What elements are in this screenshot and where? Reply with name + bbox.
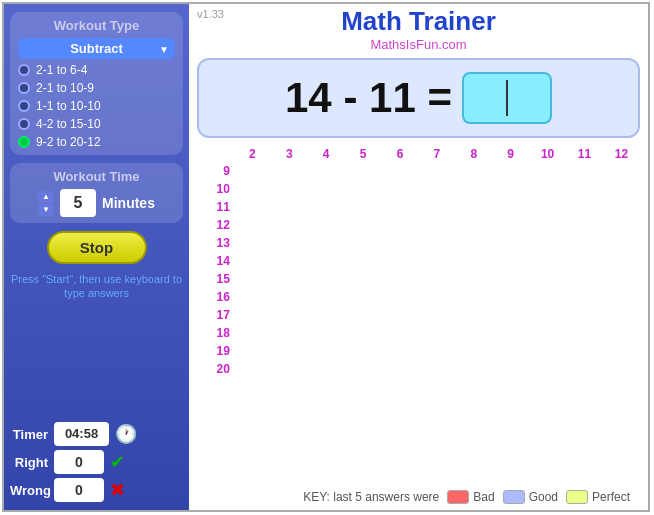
right-row: Right 0 ✔ <box>10 450 183 474</box>
grid-cell <box>418 252 455 270</box>
stats-section: Timer 04:58 🕐 Right 0 ✔ Wrong 0 ✖ <box>10 422 183 502</box>
radio-dot-1 <box>18 64 30 76</box>
grid-col-6: 6 <box>382 146 419 162</box>
grid-corner <box>197 146 234 162</box>
grid-cell <box>492 162 529 180</box>
grid-cell <box>418 288 455 306</box>
time-down-button[interactable]: ▼ <box>38 204 54 216</box>
grid-cell <box>492 252 529 270</box>
table-row: 10 <box>197 180 640 198</box>
grid-cell <box>345 342 382 360</box>
grid-cell <box>492 198 529 216</box>
radio-dot-2 <box>18 82 30 94</box>
answer-input-box[interactable] <box>462 72 552 124</box>
grid-cell <box>382 342 419 360</box>
grid-cell <box>382 360 419 378</box>
workout-time-label: Workout Time <box>18 169 175 184</box>
grid-cell <box>418 324 455 342</box>
grid-cell <box>566 360 603 378</box>
grid-cell <box>234 162 271 180</box>
operand1: 14 <box>285 74 332 121</box>
grid-cell <box>529 162 566 180</box>
grid-cell <box>418 162 455 180</box>
grid-cell <box>308 360 345 378</box>
key-bad-swatch <box>447 490 469 504</box>
grid-cell <box>308 234 345 252</box>
grid-cell <box>382 216 419 234</box>
workout-type-label: Workout Type <box>18 18 175 33</box>
grid-cell <box>382 252 419 270</box>
app-container: Workout Type Subtract Add Multiply ▼ 2-1… <box>2 2 650 512</box>
grid-header-row: 2 3 4 5 6 7 8 9 10 11 12 <box>197 146 640 162</box>
grid-cell <box>234 180 271 198</box>
radio-item-3[interactable]: 1-1 to 10-10 <box>18 99 175 113</box>
grid-cell <box>603 288 640 306</box>
grid-cell <box>492 324 529 342</box>
keyboard-hint-text: Press "Start", then use keyboard to type… <box>11 273 182 299</box>
grid-row-label: 19 <box>197 342 234 360</box>
grid-cell <box>234 234 271 252</box>
table-row: 14 <box>197 252 640 270</box>
workout-type-dropdown[interactable]: Subtract Add Multiply <box>18 38 175 59</box>
keyboard-hint: Press "Start", then use keyboard to type… <box>10 272 183 301</box>
radio-label-2: 2-1 to 10-9 <box>36 81 94 95</box>
timer-label: Timer <box>10 427 48 442</box>
stop-button[interactable]: Stop <box>47 231 147 264</box>
grid-cell <box>455 234 492 252</box>
radio-label-5: 9-2 to 20-12 <box>36 135 101 149</box>
grid-cell <box>603 360 640 378</box>
minutes-label: Minutes <box>102 195 155 211</box>
grid-cell <box>418 198 455 216</box>
sidebar: Workout Type Subtract Add Multiply ▼ 2-1… <box>4 4 189 510</box>
grid-cell <box>529 360 566 378</box>
time-up-button[interactable]: ▲ <box>38 191 54 203</box>
operator: - <box>343 74 357 121</box>
grid-cell <box>492 360 529 378</box>
radio-label-3: 1-1 to 10-10 <box>36 99 101 113</box>
equation-area: 14 - 11 = <box>197 58 640 138</box>
workout-time-section: Workout Time ▲ ▼ 5 Minutes <box>10 163 183 223</box>
time-value: 5 <box>60 189 96 217</box>
grid-cell <box>455 162 492 180</box>
app-title: Math Trainer <box>197 6 640 37</box>
grid-cell <box>492 288 529 306</box>
table-row: 9 <box>197 162 640 180</box>
grid-cell <box>566 306 603 324</box>
grid-cell <box>566 234 603 252</box>
grid-cell <box>529 198 566 216</box>
radio-item-2[interactable]: 2-1 to 10-9 <box>18 81 175 95</box>
grid-cell <box>566 180 603 198</box>
table-row: 16 <box>197 288 640 306</box>
grid-cell <box>418 180 455 198</box>
grid-cell <box>345 252 382 270</box>
grid-cell <box>529 324 566 342</box>
app-subtitle: MathsIsFun.com <box>197 37 640 52</box>
grid-cell <box>603 270 640 288</box>
grid-cell <box>455 306 492 324</box>
grid-cell <box>492 234 529 252</box>
table-row: 20 <box>197 360 640 378</box>
main-area: v1.33 Math Trainer MathsIsFun.com 14 - 1… <box>189 4 648 510</box>
grid-cell <box>529 306 566 324</box>
grid-col-10: 10 <box>529 146 566 162</box>
radio-item-1[interactable]: 2-1 to 6-4 <box>18 63 175 77</box>
radio-item-4[interactable]: 4-2 to 15-10 <box>18 117 175 131</box>
grid-cell <box>271 216 308 234</box>
grid-cell <box>271 198 308 216</box>
grid-cell <box>271 234 308 252</box>
equals: = <box>427 74 452 121</box>
radio-dot-3 <box>18 100 30 112</box>
grid-cell <box>529 216 566 234</box>
radio-item-5[interactable]: 9-2 to 20-12 <box>18 135 175 149</box>
table-row: 17 <box>197 306 640 324</box>
table-row: 15 <box>197 270 640 288</box>
grid-container: 2 3 4 5 6 7 8 9 10 11 12 910111213141516… <box>197 146 640 486</box>
grid-cell <box>271 162 308 180</box>
grid-cell <box>345 288 382 306</box>
radio-label-4: 4-2 to 15-10 <box>36 117 101 131</box>
grid-cell <box>566 270 603 288</box>
grid-cell <box>603 252 640 270</box>
grid-cell <box>234 324 271 342</box>
grid-cell <box>234 288 271 306</box>
grid-cell <box>308 180 345 198</box>
